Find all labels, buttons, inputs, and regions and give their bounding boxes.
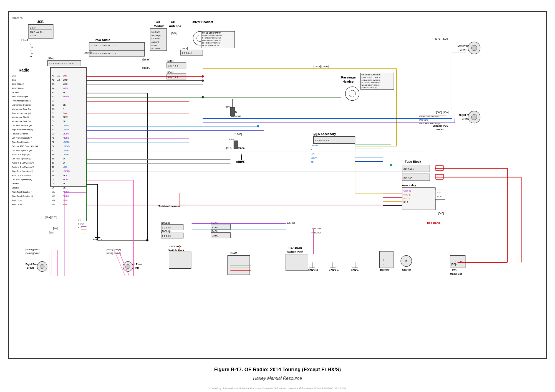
svg-text:LBE/GY: LBE/GY xyxy=(63,145,70,147)
svg-text:AUX CAN (+): AUX CAN (+) xyxy=(12,83,24,85)
svg-text:[64B]: [64B] xyxy=(438,212,444,215)
svg-text:BK↑2: BK↑2 xyxy=(229,138,234,141)
svg-text:GN R LW BK: GN R LW BK xyxy=(30,31,43,33)
svg-text:Headset Common: Headset Common xyxy=(12,133,28,135)
svg-text:Right Front Speaker (-): Right Front Speaker (-) xyxy=(12,195,33,197)
svg-text:BK  4: BK 4 xyxy=(403,201,408,203)
svg-text:C1: C1 xyxy=(52,100,55,102)
svg-text:CIR   CB   DESCRIPTION: CIR CB DESCRIPTION xyxy=(361,74,380,76)
svg-text:-: - xyxy=(383,263,384,266)
svg-point-183 xyxy=(471,114,477,120)
figure-title: Figure B-17. OE Radio: 2014 Touring (Exc… xyxy=(0,367,555,373)
svg-text:et00575: et00575 xyxy=(12,16,23,19)
svg-text:A1: A1 xyxy=(57,75,60,77)
svg-text:1 2 3 4 5 6 7 8 9 10 11 12: 1 2 3 4 5 6 7 8 9 10 11 12 xyxy=(90,52,116,55)
svg-text:Microphone Shield: Microphone Shield xyxy=(12,116,29,118)
svg-text:P&A Audio: P&A Audio xyxy=(95,38,110,42)
svg-text:Left Rear Speaker (+): Left Rear Speaker (+) xyxy=(12,149,32,152)
svg-text:PK/GY: PK/GY xyxy=(78,223,84,225)
svg-text:A: A xyxy=(455,260,456,263)
svg-text:20A P&A: 20A P&A xyxy=(403,177,413,179)
svg-text:A2: A2 xyxy=(57,79,60,81)
svg-text:Microphone Sum Out: Microphone Sum Out xyxy=(12,108,31,110)
svg-text:Right Front Headset (+): Right Front Headset (+) xyxy=(12,141,34,143)
svg-text:Passenger: Passenger xyxy=(341,76,357,79)
svg-text:RO Power: RO Power xyxy=(152,48,161,50)
svg-text:+: + xyxy=(383,259,384,261)
svg-text:BK↑1: BK↑1 xyxy=(226,106,232,108)
svg-text:Audio(+): Audio(+) xyxy=(152,41,159,43)
svg-text:M: M xyxy=(405,260,407,263)
svg-point-134 xyxy=(40,264,44,269)
svg-text:CAN: CAN xyxy=(12,75,16,77)
svg-text:E3: E3 xyxy=(52,133,54,135)
svg-text:[280A]↑: [280A]↑ xyxy=(84,51,92,54)
svg-text:Starter: Starter xyxy=(402,268,411,271)
svg-text:1 2 3 4 5 6 7 8: 1 2 3 4 5 6 7 8 xyxy=(315,139,329,142)
svg-text:BK: BK xyxy=(63,182,66,185)
svg-text:CB: CB xyxy=(156,20,160,24)
svg-text:Driver Headset: Driver Headset xyxy=(192,20,213,24)
svg-text:AUX CAN (-): AUX CAN (-) xyxy=(12,87,24,90)
svg-text:W/PK: W/PK xyxy=(63,87,68,90)
svg-text:V/BE  24: V/BE 24 xyxy=(403,190,411,192)
svg-text:Fuse Block: Fuse Block xyxy=(405,160,421,163)
svg-text:Speaker POD: Speaker POD xyxy=(433,124,448,127)
svg-text:87: 87 xyxy=(440,192,442,194)
svg-text:LBE/O: LBE/O xyxy=(63,149,69,152)
svg-text:Headset: Headset xyxy=(343,80,355,83)
svg-text:[4A]: [4A] xyxy=(313,133,317,136)
svg-text:R/PK: R/PK xyxy=(63,203,68,206)
svg-text:↑[184B]: ↑[184B] xyxy=(142,58,150,61)
svg-text:J3: J3 xyxy=(52,166,54,168)
svg-text:[105RB]: [105RB] xyxy=(286,222,295,224)
svg-text:CIR   CB   DESCRIPTION: CIR CB DESCRIPTION xyxy=(202,32,221,34)
svg-text:External AMP Power Control: External AMP Power Control xyxy=(12,145,38,147)
svg-text:Right Rear Headset (+): Right Rear Headset (+) xyxy=(12,128,33,131)
svg-text:LBE/V: LBE/V xyxy=(63,128,69,131)
svg-text:B1: B1 xyxy=(52,91,54,94)
svg-text:W    HEADSET COMMON3: W HEADSET COMMON3 xyxy=(202,40,221,41)
svg-text:E2: E2 xyxy=(52,128,54,131)
svg-text:GND 1: GND 1 xyxy=(351,268,358,271)
svg-text:D3: D3 xyxy=(52,120,55,123)
svg-text:GND 3-1: GND 3-1 xyxy=(329,268,339,271)
svg-text:R    HEADSET COMMON2: R HEADSET COMMON2 xyxy=(202,37,221,39)
svg-text:[53B]↑: [53B]↑ xyxy=(167,60,174,62)
svg-text:D2: D2 xyxy=(52,116,55,118)
svg-text:OE Dash: OE Dash xyxy=(170,245,181,248)
svg-text:HSD: HSD xyxy=(21,38,28,42)
svg-rect-0 xyxy=(9,13,546,356)
svg-text:R    HEADSET COMMON2: R HEADSET COMMON2 xyxy=(361,79,380,81)
svg-text:BK: BK xyxy=(63,104,66,106)
svg-text:PK/O: PK/O xyxy=(63,178,68,181)
svg-text:[34A-2] [34B-2]: [34A-2] [34B-2] xyxy=(26,252,41,254)
svg-text:W/BN MICROPHONE (+): W/BN MICROPHONE (+) xyxy=(361,84,380,86)
svg-text:M3: M3 xyxy=(52,199,55,202)
svg-text:W: W xyxy=(63,162,65,164)
svg-text:1 2 3 4: 1 2 3 4 xyxy=(30,27,37,29)
svg-text:R: R xyxy=(311,148,312,151)
svg-text:J2: J2 xyxy=(52,162,54,164)
svg-text:BK   HEADSET MICRO (+): BK HEADSET MICRO (+) xyxy=(202,42,221,44)
svg-text:1 2 3 4: 1 2 3 4 xyxy=(30,34,37,37)
svg-text:BK: BK xyxy=(63,187,66,189)
svg-text:GND 3-2: GND 3-2 xyxy=(308,268,318,271)
svg-text:Module: Module xyxy=(154,24,164,28)
svg-text:Antenna: Antenna xyxy=(169,24,181,28)
svg-point-370 xyxy=(202,75,204,78)
diagram-area: et00575 USB 1 2 3 4 GN R LW BK 1 2 3 4 H… xyxy=(8,11,547,359)
svg-text:Audio In 3 Left/Mono (+): Audio In 3 Left/Mono (+) xyxy=(12,166,34,168)
svg-text:Microphone Common: Microphone Common xyxy=(12,104,31,106)
svg-text:SPKR: SPKR xyxy=(27,266,34,269)
svg-text:Ground: Ground xyxy=(12,91,19,94)
svg-text:Rear Switch Input: Rear Switch Input xyxy=(12,95,28,98)
svg-text:[5B]↑: [5B]↑ xyxy=(451,263,457,266)
svg-text:J1: J1 xyxy=(52,157,54,160)
svg-text:BKV: BKV xyxy=(63,174,67,177)
svg-text:1 2 3 4 5: 1 2 3 4 5 xyxy=(162,235,171,237)
svg-text:BK   MICROPHONE (+): BK MICROPHONE (+) xyxy=(202,45,219,46)
svg-rect-229 xyxy=(435,190,445,200)
svg-text:R/W: R/W xyxy=(63,112,67,114)
svg-text:A2: A2 xyxy=(52,79,54,81)
